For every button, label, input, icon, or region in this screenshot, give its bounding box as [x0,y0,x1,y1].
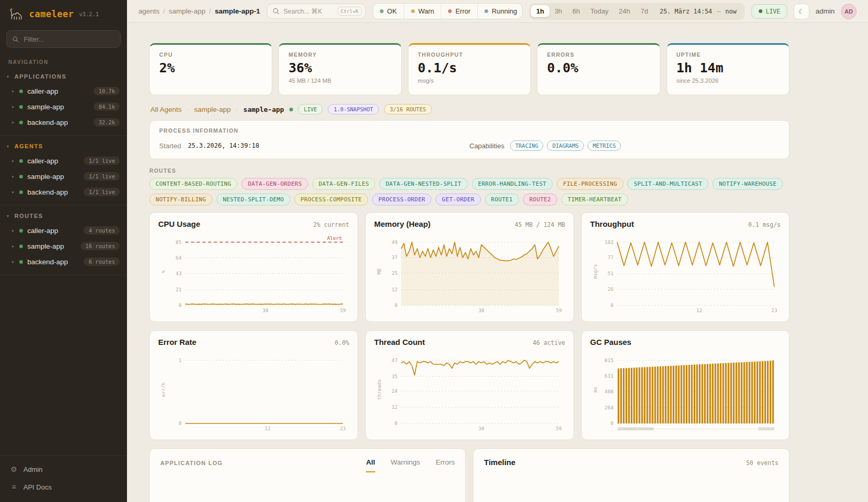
item-label: caller-app [28,87,58,95]
range-24h[interactable]: 24h [614,5,635,17]
metric-card-errors[interactable]: ERRORS 0.0% [537,43,660,95]
log-title: APPLICATION LOG [160,460,223,472]
sidebar-item-routes-sample[interactable]: ▸ sample-app 16 routes [0,238,127,254]
status-dot [19,121,23,124]
content: CPU 2% MEMORY 36% 45 MB / 124 MB THROUGH… [127,23,789,502]
gc-pauses-chart-card: GC Pauses 0204408611815ms202000000020000… [581,330,789,440]
svg-text:1: 1 [178,357,182,363]
date-range[interactable]: 25. März 14:54 — now [653,8,743,15]
breadcrumb-separator: / [163,7,165,15]
tab-errors[interactable]: Errors [436,458,455,472]
route-tag[interactable]: FILE-PROCESSING [557,178,623,190]
route-tag[interactable]: CONTENT-BASED-ROUTING [149,178,237,190]
svg-text:Alert: Alert [327,235,342,241]
tab-warnings[interactable]: Warnings [391,458,420,472]
global-search[interactable]: Search... ⌘K Ctrl+K [267,4,366,19]
sidebar-item-routes-caller[interactable]: ▸ caller-app 4 routes [0,223,127,238]
range-1h[interactable]: 1h [531,5,549,17]
filter-input[interactable] [23,35,114,44]
sidebar-item-app-backend[interactable]: ▸ backend-app 32.2k [0,114,127,130]
status-dot [19,260,23,264]
range-3h[interactable]: 3h [550,5,567,17]
chevron-right-icon: ▸ [12,259,15,264]
range-today[interactable]: Today [585,5,614,17]
range-7d[interactable]: 7d [635,5,653,17]
route-tag[interactable]: PROCESS-COMPOSITE [295,194,368,205]
route-tag[interactable]: DATA-GEN-NESTED-SPLIT [379,178,467,190]
capabilities-label: Capabilities [469,142,504,150]
timeline-title: Timeline [484,458,516,467]
status-filter-running[interactable]: Running [477,4,522,19]
tab-all[interactable]: All [366,458,375,472]
live-indicator[interactable]: LIVE [751,4,788,19]
sidebar-item-agent-backend[interactable]: ▸ backend-app 1/1 live [0,184,127,200]
svg-text:51: 51 [608,271,614,276]
group-label: AGENTS [15,143,43,149]
theme-toggle-button[interactable]: ☾ [794,4,809,19]
group-label: ROUTES [15,213,43,219]
charts-row-1: CPU Usage 2% current 021436485%3059Alert… [149,212,789,322]
route-tag[interactable]: SPLIT-AND-MULTICAST [628,178,709,190]
sidebar-item-agent-caller[interactable]: ▸ caller-app 1/1 live [0,153,127,169]
group-header-agents[interactable]: ▾ AGENTS [0,140,127,153]
metric-label: CPU [159,52,262,58]
brand[interactable]: cameleer v3.2.1 [0,0,127,26]
item-label: sample-app [28,173,65,181]
route-tag[interactable]: TIMER-HEARTBEAT [561,194,628,205]
svg-text:611: 611 [605,373,614,379]
log-tabs: All Warnings Errors [366,458,455,472]
chevron-right-icon: ▸ [12,104,15,109]
group-header-routes[interactable]: ▾ ROUTES [0,210,127,223]
chart-title: Throughput [590,220,634,228]
chevron-right-icon: ▸ [12,174,15,179]
route-tag[interactable]: PROCESS-ORDER [372,194,431,205]
metric-card-throughput[interactable]: THROUGHPUT 0.1/s msg/s [408,43,531,95]
avatar[interactable]: AD [841,4,857,19]
metric-card-memory[interactable]: MEMORY 36% 45 MB / 124 MB [278,43,401,95]
context-link-sample-app[interactable]: sample-app [194,106,231,113]
route-tag[interactable]: DATA-GEN-FILES [312,178,375,190]
sidebar-item-api-docs[interactable]: ≡ API Docs [0,478,127,496]
status-filter-ok[interactable]: OK [373,4,404,19]
sidebar-item-routes-backend[interactable]: ▸ backend-app 6 routes [0,254,127,269]
route-tag[interactable]: NOTIFY-WAREHOUSE [712,178,783,190]
range-6h[interactable]: 6h [567,5,585,17]
route-tag[interactable]: ERROR-HANDLING-TEST [472,178,553,190]
svg-text:77: 77 [608,254,614,260]
sidebar-item-admin[interactable]: ⚙ Admin [0,460,127,478]
group-header-applications[interactable]: ▾ APPLICATIONS [0,71,127,83]
breadcrumb-agents[interactable]: agents [138,7,160,15]
svg-text:202000000020000000············: 202000000020000000······················… [617,427,774,431]
metric-value: 0.0% [547,60,650,75]
chart-title: CPU Usage [158,220,200,228]
route-tag[interactable]: DATA-GEN-ORDERS [241,178,308,190]
error-dot [448,9,452,13]
status-filter-warn[interactable]: Warn [404,4,441,19]
context-link-all-agents[interactable]: All Agents [150,106,182,113]
svg-text:23: 23 [771,307,777,313]
route-tag[interactable]: NESTED-SPLIT-DEMO [216,194,290,205]
search-placeholder: Search... ⌘K [284,7,334,15]
status-label: OK [387,7,397,15]
svg-text:msg/s: msg/s [592,264,598,279]
metric-card-uptime[interactable]: UPTIME 1h 14m since 25.3.2026 [667,43,789,95]
metric-label: THROUGHPUT [418,52,521,58]
status-dot [19,190,23,194]
route-tag[interactable]: NOTIFY-BILLING [149,194,212,205]
status-filter-error[interactable]: Error [441,4,477,19]
sidebar-filter[interactable] [6,30,121,48]
status-dot [19,229,23,233]
sidebar: cameleer v3.2.1 NAVIGATION ▾ APPLICATION… [0,0,127,502]
sidebar-item-app-caller[interactable]: ▸ caller-app 10.7k [0,83,127,99]
status-dot [19,244,23,248]
route-tag[interactable]: GET-ORDER [436,194,480,205]
context-separator: · [236,106,238,113]
breadcrumb-sample-app[interactable]: sample-app [169,7,206,15]
sidebar-item-agent-sample[interactable]: ▸ sample-app 1/1 live [0,169,127,184]
svg-text:85: 85 [176,239,182,245]
chevron-right-icon: ▸ [12,228,15,233]
metric-card-cpu[interactable]: CPU 2% [149,43,272,95]
sidebar-item-app-sample[interactable]: ▸ sample-app 84.1k [0,99,127,114]
route-tag[interactable]: ROUTE1 [485,194,519,205]
route-tag[interactable]: ROUTE2 [523,194,557,205]
